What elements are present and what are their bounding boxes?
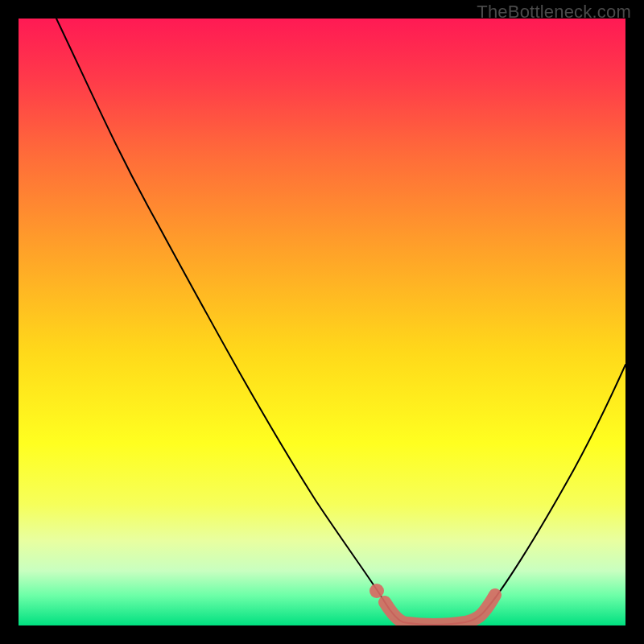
curve-svg xyxy=(19,19,625,625)
plot-area xyxy=(19,19,625,625)
highlight-marker-dot xyxy=(369,584,384,598)
bottleneck-curve xyxy=(56,19,625,625)
chart-frame: TheBottleneck.com xyxy=(0,0,644,644)
watermark-text: TheBottleneck.com xyxy=(477,2,631,23)
highlight-optimal-zone xyxy=(385,595,495,625)
